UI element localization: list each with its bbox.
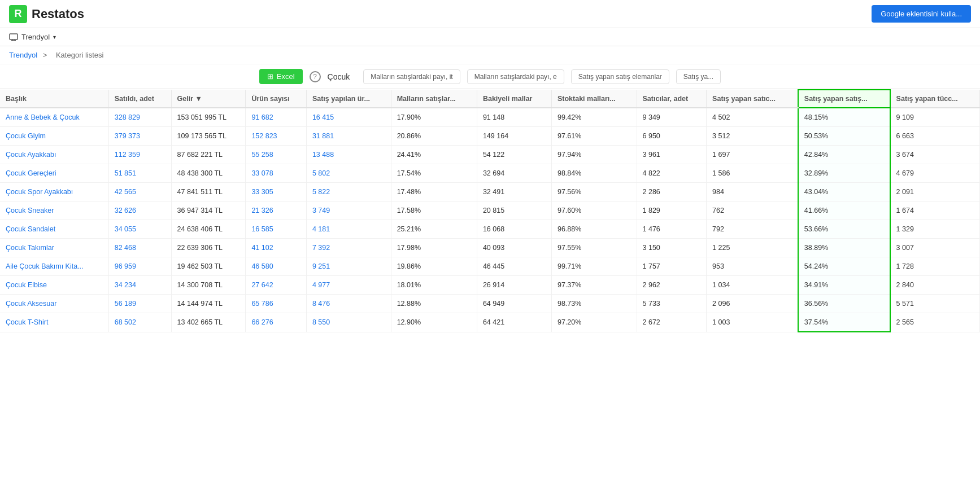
table-row: Çocuk Elbise34 23414 300 708 TL27 6424 9…	[0, 276, 980, 295]
cell-stoktaki: 97.20%	[551, 313, 637, 332]
cell-bakiyeli: 20 815	[477, 201, 551, 220]
cell-gelir: 47 841 511 TL	[171, 183, 246, 201]
cell-satildi: 112 359	[108, 146, 171, 164]
cell-mallarin_satis: 17.48%	[391, 183, 477, 201]
cell-baslik[interactable]: Çocuk Giyim	[0, 127, 108, 146]
cell-satildi: 96 959	[108, 257, 171, 276]
platform-selector[interactable]: Trendyol ▾	[9, 33, 56, 41]
col-satis-yapan-satici[interactable]: Satış yapan satıc...	[707, 90, 798, 108]
category-link[interactable]: Çocuk Giyim	[6, 132, 46, 140]
cell-urun_sayisi: 16 585	[246, 220, 307, 239]
breadcrumb-root[interactable]: Trendyol	[9, 51, 37, 59]
cell-satis_yapilan: 5 802	[306, 164, 391, 183]
cell-urun_sayisi: 33 305	[246, 183, 307, 201]
breadcrumb-current: Kategori listesi	[56, 51, 104, 59]
category-link[interactable]: Aile Çocuk Bakımı Kita...	[6, 262, 84, 270]
cell-satis_yapan_satici: 1 003	[707, 313, 798, 332]
category-link[interactable]: Anne & Bebek & Çocuk	[6, 113, 80, 121]
breadcrumb-separator: >	[43, 51, 47, 59]
cell-satis_yapilan: 4 181	[306, 220, 391, 239]
col-mallarin-satis[interactable]: Malların satışlar...	[391, 90, 477, 108]
cell-saticilar: 3 961	[637, 146, 707, 164]
cell-satis_yapan_satici: 1 586	[707, 164, 798, 183]
cell-baslik[interactable]: Çocuk Spor Ayakkabı	[0, 183, 108, 201]
cell-baslik[interactable]: Çocuk Takımlar	[0, 239, 108, 257]
cell-bakiyeli: 40 093	[477, 239, 551, 257]
cell-satis_yapan_satici: 792	[707, 220, 798, 239]
category-link[interactable]: Çocuk Elbise	[6, 281, 47, 289]
cell-urun_sayisi: 55 258	[246, 146, 307, 164]
cell-satis_yapan_satis: 53.66%	[798, 220, 890, 239]
cell-satis_yapan_satis: 54.24%	[798, 257, 890, 276]
cell-saticilar: 3 150	[637, 239, 707, 257]
category-link[interactable]: Çocuk T-Shirt	[6, 318, 49, 326]
cell-baslik[interactable]: Aile Çocuk Bakımı Kita...	[0, 257, 108, 276]
cell-satis_yapan_satici: 953	[707, 257, 798, 276]
cell-baslik[interactable]: Çocuk Aksesuar	[0, 295, 108, 313]
cell-satis_yapan_satici: 3 512	[707, 127, 798, 146]
category-link[interactable]: Çocuk Sneaker	[6, 207, 54, 214]
help-icon[interactable]: ?	[310, 71, 321, 82]
table-row: Çocuk Sneaker32 62636 947 314 TL21 3263 …	[0, 201, 980, 220]
category-link[interactable]: Çocuk Ayakkabı	[6, 151, 56, 159]
cell-saticilar: 6 950	[637, 127, 707, 146]
filter-btn-2[interactable]: Malların satışlardaki payı, e	[467, 69, 564, 84]
cell-satis_yapan_satici: 984	[707, 183, 798, 201]
category-link[interactable]: Çocuk Sandalet	[6, 225, 55, 233]
cell-bakiyeli: 26 914	[477, 276, 551, 295]
col-satis-yapan-tucc[interactable]: Satış yapan tücc...	[890, 90, 980, 108]
cell-bakiyeli: 64 421	[477, 313, 551, 332]
cell-urun_sayisi: 152 823	[246, 127, 307, 146]
cell-baslik[interactable]: Çocuk Sandalet	[0, 220, 108, 239]
category-link[interactable]: Çocuk Spor Ayakkabı	[6, 188, 73, 196]
cell-baslik[interactable]: Anne & Bebek & Çocuk	[0, 108, 108, 127]
category-link[interactable]: Çocuk Gereçleri	[6, 169, 56, 177]
cell-satildi: 328 829	[108, 108, 171, 127]
cell-mallarin_satis: 17.90%	[391, 108, 477, 127]
table-row: Çocuk Takımlar82 46822 639 306 TL41 1027…	[0, 239, 980, 257]
cell-satis_yapilan: 16 415	[306, 108, 391, 127]
cell-satis_yapan_satis: 42.84%	[798, 146, 890, 164]
cell-gelir: 48 438 300 TL	[171, 164, 246, 183]
cell-gelir: 22 639 306 TL	[171, 239, 246, 257]
cell-satis_yapan_tucc: 5 571	[890, 295, 980, 313]
excel-button[interactable]: ⊞ Excel	[259, 69, 303, 84]
cell-satildi: 34 234	[108, 276, 171, 295]
cell-bakiyeli: 149 164	[477, 127, 551, 146]
col-urun-sayisi[interactable]: Ürün sayısı	[246, 90, 307, 108]
google-extension-button[interactable]: Google eklentisini kulla...	[872, 5, 971, 23]
filter-btn-1[interactable]: Malların satışlardaki payı, it	[363, 69, 460, 84]
cell-baslik[interactable]: Çocuk Ayakkabı	[0, 146, 108, 164]
filter-btn-3[interactable]: Satış yapan satış elemanlar	[571, 69, 669, 84]
col-baslik[interactable]: Başlık	[0, 90, 108, 108]
col-bakiyeli[interactable]: Bakiyeli mallar	[477, 90, 551, 108]
cell-baslik[interactable]: Çocuk T-Shirt	[0, 313, 108, 332]
table-row: Çocuk T-Shirt68 50213 402 665 TL66 2768 …	[0, 313, 980, 332]
cell-baslik[interactable]: Çocuk Elbise	[0, 276, 108, 295]
table-row: Çocuk Spor Ayakkabı42 56547 841 511 TL33…	[0, 183, 980, 201]
cell-satis_yapilan: 8 550	[306, 313, 391, 332]
col-gelir[interactable]: Gelir ▼	[171, 90, 246, 108]
col-stoktaki[interactable]: Stoktaki malları...	[551, 90, 637, 108]
cell-baslik[interactable]: Çocuk Gereçleri	[0, 164, 108, 183]
col-saticilar[interactable]: Satıcılar, adet	[637, 90, 707, 108]
table-body: Anne & Bebek & Çocuk328 829153 051 995 T…	[0, 108, 980, 332]
cell-baslik[interactable]: Çocuk Sneaker	[0, 201, 108, 220]
cell-satildi: 56 189	[108, 295, 171, 313]
cell-satildi: 379 373	[108, 127, 171, 146]
cell-stoktaki: 96.88%	[551, 220, 637, 239]
table-row: Çocuk Aksesuar56 18914 144 974 TL65 7868…	[0, 295, 980, 313]
data-table-container: Başlık Satıldı, adet Gelir ▼ Ürün sayısı…	[0, 89, 980, 332]
cell-urun_sayisi: 41 102	[246, 239, 307, 257]
cell-satis_yapilan: 4 977	[306, 276, 391, 295]
col-satildi[interactable]: Satıldı, adet	[108, 90, 171, 108]
cell-satis_yapan_satis: 32.89%	[798, 164, 890, 183]
category-link[interactable]: Çocuk Takımlar	[6, 244, 54, 252]
col-satis-yapilan[interactable]: Satış yapılan ür...	[306, 90, 391, 108]
filter-btn-4[interactable]: Satış ya...	[676, 69, 721, 84]
cell-bakiyeli: 91 148	[477, 108, 551, 127]
col-satis-yapan-satis[interactable]: Satış yapan satış...	[798, 90, 890, 108]
cell-gelir: 14 144 974 TL	[171, 295, 246, 313]
category-link[interactable]: Çocuk Aksesuar	[6, 300, 56, 308]
cell-saticilar: 2 286	[637, 183, 707, 201]
